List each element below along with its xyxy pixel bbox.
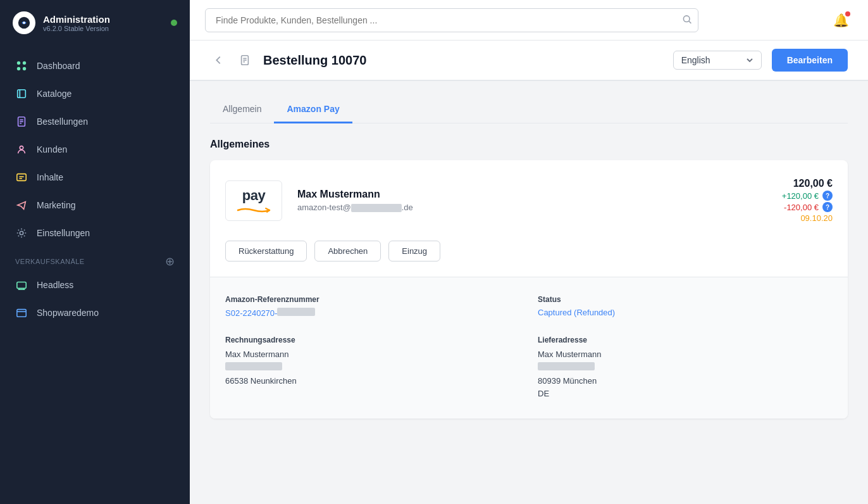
sidebar-label-bestellungen: Bestellungen: [37, 117, 88, 127]
document-button[interactable]: [237, 52, 253, 68]
sidebar-item-marketing[interactable]: Marketing: [0, 191, 190, 219]
svg-point-3: [23, 61, 26, 65]
svg-point-2: [17, 61, 20, 65]
sidebar-label-kataloge: Kataloge: [37, 89, 71, 99]
svg-point-5: [23, 67, 26, 70]
amount-negative: -120,00 €: [784, 203, 819, 212]
svg-rect-21: [17, 310, 26, 317]
dashboard-icon: [15, 60, 28, 72]
customer-name: Max Mustermann: [297, 189, 767, 200]
inhalte-icon: [15, 171, 28, 184]
amazon-smile-icon: [237, 206, 271, 214]
einstellungen-icon: [15, 227, 28, 239]
svg-point-16: [20, 231, 23, 234]
amount-negative-row: -120,00 € ?: [784, 202, 833, 212]
sidebar-label-inhalte: Inhalte: [37, 172, 63, 182]
sidebar-item-shopwaredemo[interactable]: Shopwaredemo: [0, 299, 190, 327]
sidebar-label-dashboard: Dashboard: [37, 61, 80, 71]
sidebar-item-dashboard[interactable]: Dashboard: [0, 52, 190, 80]
status-value: Captured (Refunded): [538, 308, 833, 317]
content-area: Allgemein Amazon Pay Allgemeines pay Max…: [190, 81, 868, 504]
payment-card: pay Max Mustermann amazon-test@.de 120,0…: [210, 160, 848, 419]
capture-button[interactable]: Einzug: [388, 241, 440, 261]
svg-rect-13: [17, 174, 26, 181]
app-version: v6.2.0 Stable Version: [43, 25, 110, 32]
sidebar-label-einstellungen: Einstellungen: [37, 228, 90, 238]
amount-info: 120,00 € +120,00 € ? -120,00 € ? 09.10.2…: [782, 178, 833, 223]
svg-point-12: [20, 146, 23, 149]
help-icon-negative[interactable]: ?: [822, 202, 833, 212]
svg-rect-6: [18, 90, 26, 98]
sidebar-item-inhalte[interactable]: Inhalte: [0, 163, 190, 191]
nav-menu: Dashboard Kataloge Bestellungen Kunden I…: [0, 46, 190, 504]
kunden-icon: [15, 143, 28, 156]
page-title: Bestellung 10070: [263, 53, 366, 68]
search-input[interactable]: [205, 8, 698, 32]
reference-blurred: [277, 308, 315, 316]
app-logo: [13, 11, 35, 34]
help-icon-positive[interactable]: ?: [822, 191, 833, 201]
customer-info: Max Mustermann amazon-test@.de: [297, 189, 767, 212]
shipping-street-blurred: [538, 362, 595, 370]
amount-main: 120,00 €: [793, 178, 833, 189]
amount-positive: +120,00 €: [782, 191, 819, 201]
sidebar-label-headless: Headless: [37, 280, 73, 290]
refund-button[interactable]: Rückerstattung: [225, 241, 307, 261]
main-area: 🔔 Bestellung 10070 English Deutsch Bearb…: [190, 0, 868, 504]
notification-badge: [845, 11, 850, 16]
search-wrapper: [205, 8, 698, 32]
billing-street-blurred: [225, 362, 282, 370]
sidebar-label-shopwaredemo: Shopwaredemo: [37, 308, 99, 318]
search-button[interactable]: [682, 14, 692, 26]
sidebar-item-headless[interactable]: Headless: [0, 271, 190, 299]
status-label: Status: [538, 295, 833, 304]
shipping-group: Lieferadresse Max Mustermann 80939 Münch…: [538, 336, 833, 401]
language-selector[interactable]: English Deutsch: [673, 51, 762, 70]
app-name: Administration: [43, 14, 110, 25]
notification-button[interactable]: 🔔: [829, 9, 853, 32]
amount-positive-row: +120,00 € ?: [782, 191, 833, 201]
content-header: Bestellung 10070 English Deutsch Bearbei…: [190, 41, 868, 81]
customer-email: amazon-test@.de: [297, 203, 767, 212]
amount-date: 09.10.20: [800, 213, 833, 223]
reference-label: Amazon-Referenznummer: [225, 295, 520, 304]
tabs: Allgemein Amazon Pay: [210, 96, 848, 123]
reference-value: S02-2240270-: [225, 308, 520, 318]
sidebar-item-kunden[interactable]: Kunden: [0, 135, 190, 163]
cancel-button[interactable]: Abbrechen: [314, 241, 381, 261]
back-button[interactable]: [210, 52, 226, 68]
status-group: Status Captured (Refunded): [538, 295, 833, 318]
shipping-address: Max Mustermann 80939 München DE: [538, 348, 833, 401]
add-sales-channel-button[interactable]: ⊕: [165, 256, 175, 267]
topbar: 🔔: [190, 0, 868, 41]
edit-button[interactable]: Bearbeiten: [772, 49, 848, 72]
sidebar-header: Administration v6.2.0 Stable Version: [0, 0, 190, 46]
billing-label: Rechnungsadresse: [225, 336, 520, 344]
billing-address: Max Mustermann 66538 Neunkirchen: [225, 348, 520, 387]
svg-point-23: [683, 15, 690, 22]
action-buttons: Rückerstattung Abbrechen Einzug: [210, 241, 848, 277]
sidebar: Administration v6.2.0 Stable Version Das…: [0, 0, 190, 504]
bestellungen-icon: [15, 115, 28, 128]
reference-group: Amazon-Referenznummer S02-2240270-: [225, 295, 520, 318]
marketing-icon: [15, 199, 28, 211]
payment-info-row: pay Max Mustermann amazon-test@.de 120,0…: [210, 160, 848, 241]
pay-logo-text: pay: [242, 187, 265, 204]
sidebar-item-bestellungen[interactable]: Bestellungen: [0, 108, 190, 135]
tab-amazon-pay[interactable]: Amazon Pay: [274, 96, 352, 123]
shopwaredemo-icon: [15, 306, 28, 319]
topbar-right: 🔔: [829, 9, 853, 32]
sidebar-item-kataloge[interactable]: Kataloge: [0, 80, 190, 108]
svg-point-1: [23, 22, 25, 24]
sales-channels-section: Verkaufskanäle ⊕: [0, 247, 190, 271]
billing-group: Rechnungsadresse Max Mustermann 66538 Ne…: [225, 336, 520, 401]
section-title: Allgemeines: [210, 139, 848, 150]
svg-line-24: [689, 21, 691, 23]
svg-rect-17: [17, 282, 26, 289]
shipping-label: Lieferadresse: [538, 336, 833, 344]
sidebar-item-einstellungen[interactable]: Einstellungen: [0, 219, 190, 247]
tab-allgemein[interactable]: Allgemein: [210, 96, 274, 123]
language-select[interactable]: English Deutsch: [681, 55, 743, 65]
details-card: Amazon-Referenznummer S02-2240270- Statu…: [210, 277, 848, 419]
sidebar-label-kunden: Kunden: [37, 144, 67, 154]
